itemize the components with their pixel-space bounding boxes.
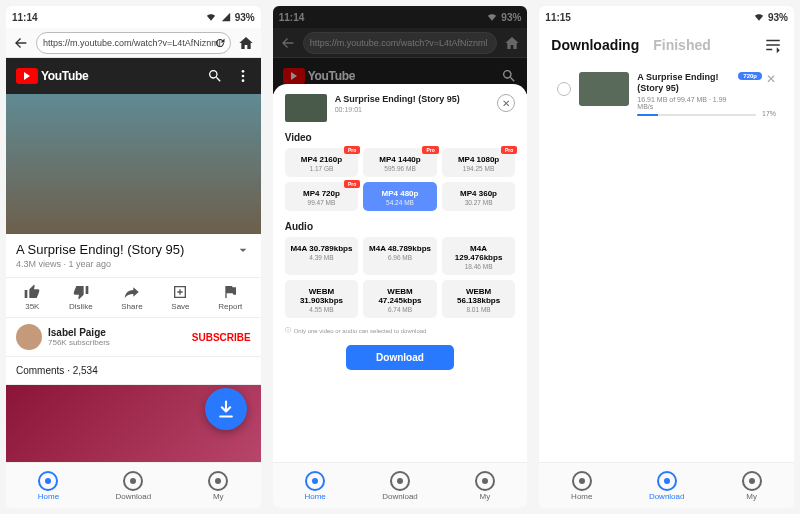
- save-button[interactable]: Save: [171, 284, 189, 311]
- sheet-note: ⓘ Only one video or audio can selected t…: [285, 326, 516, 335]
- nav-my[interactable]: My: [709, 463, 794, 508]
- download-fab[interactable]: [205, 388, 247, 430]
- youtube-header: YouTube: [6, 58, 261, 94]
- subscribe-button[interactable]: SUBSCRIBE: [192, 332, 251, 343]
- chevron-down-icon[interactable]: [235, 242, 251, 258]
- youtube-logo[interactable]: YouTube: [16, 68, 88, 84]
- status-bar: 11:15 93%: [539, 6, 794, 28]
- more-icon[interactable]: [235, 68, 251, 84]
- svg-point-0: [241, 70, 244, 73]
- dislike-button[interactable]: Dislike: [69, 284, 93, 311]
- video-player[interactable]: [6, 94, 261, 234]
- video-meta: 4.3M views · 1 year ago: [16, 259, 184, 269]
- quality-badge: 720p: [738, 72, 762, 80]
- download-item[interactable]: A Surprise Ending! (Story 95) 16.91 MB o…: [551, 66, 782, 123]
- sheet-title: A Surprise Ending! (Story 95): [335, 94, 490, 105]
- format-option[interactable]: M4A 129.476kbps18.46 MB: [442, 237, 516, 275]
- select-radio[interactable]: [557, 82, 571, 96]
- tab-downloading[interactable]: Downloading: [551, 37, 639, 53]
- channel-name: Isabel Paige: [48, 327, 186, 338]
- format-option[interactable]: M4A 30.789kbps4.39 MB: [285, 237, 359, 275]
- video-options-grid: ProMP4 2160p1.17 GBProMP4 1440p595.96 MB…: [285, 148, 516, 211]
- status-time: 11:14: [12, 12, 38, 23]
- bottom-nav: Home Download My: [6, 462, 261, 508]
- url-input[interactable]: https://m.youtube.com/watch?v=L4tAfNiznm…: [36, 32, 231, 54]
- format-option[interactable]: WEBM 47.245kbps6.74 MB: [363, 280, 437, 318]
- report-button[interactable]: Report: [218, 284, 242, 311]
- video-info[interactable]: A Surprise Ending! (Story 95) 4.3M views…: [6, 234, 261, 278]
- nav-download[interactable]: Download: [624, 463, 709, 508]
- action-row: 35K Dislike Share Save Report: [6, 278, 261, 318]
- settings-icon[interactable]: [764, 36, 782, 54]
- nav-download[interactable]: Download: [358, 463, 443, 508]
- like-button[interactable]: 35K: [24, 284, 40, 311]
- nav-my[interactable]: My: [176, 463, 261, 508]
- format-option[interactable]: WEBM 56.138kbps8.01 MB: [442, 280, 516, 318]
- home-icon[interactable]: [235, 32, 257, 54]
- format-option[interactable]: ProMP4 720p99.47 MB: [285, 182, 359, 211]
- phone-2-format-sheet: 11:14 93% https://m.youtube.com/watch?v=…: [273, 6, 528, 508]
- search-icon[interactable]: [207, 68, 223, 84]
- channel-row[interactable]: Isabel Paige 756K subscribers SUBSCRIBE: [6, 318, 261, 357]
- audio-section-label: Audio: [285, 221, 516, 232]
- svg-point-2: [241, 79, 244, 82]
- back-icon[interactable]: [10, 32, 32, 54]
- download-progress-text: 16.91 MB of 99.47 MB · 1.99 MB/s: [637, 96, 734, 110]
- cancel-download-icon[interactable]: ✕: [766, 72, 776, 86]
- sheet-duration: 00:19:01: [335, 106, 490, 113]
- bottom-nav: Home Download My: [539, 462, 794, 508]
- status-bar: 11:14 93%: [6, 6, 261, 28]
- avatar: [16, 324, 42, 350]
- progress-percent: 17%: [762, 110, 776, 117]
- wifi-icon: [205, 12, 217, 22]
- sheet-thumbnail: [285, 94, 327, 122]
- nav-my[interactable]: My: [442, 463, 527, 508]
- signal-icon: [220, 12, 232, 22]
- svg-point-1: [241, 75, 244, 78]
- phone-3-downloads: 11:15 93% Downloading Finished A Surpris…: [539, 6, 794, 508]
- tab-finished[interactable]: Finished: [653, 37, 711, 53]
- refresh-icon[interactable]: [209, 32, 231, 54]
- format-option[interactable]: WEBM 31.903kbps4.55 MB: [285, 280, 359, 318]
- nav-home[interactable]: Home: [273, 463, 358, 508]
- format-option[interactable]: ProMP4 2160p1.17 GB: [285, 148, 359, 177]
- progress-bar: [637, 114, 756, 116]
- format-option[interactable]: ProMP4 1080p194.25 MB: [442, 148, 516, 177]
- format-option[interactable]: ProMP4 1440p595.96 MB: [363, 148, 437, 177]
- video-title: A Surprise Ending! (Story 95): [16, 242, 184, 257]
- format-option[interactable]: MP4 480p54.24 MB: [363, 182, 437, 211]
- channel-subs: 756K subscribers: [48, 338, 186, 347]
- comments-row[interactable]: Comments · 2,534: [6, 357, 261, 385]
- close-icon[interactable]: ✕: [497, 94, 515, 112]
- download-button[interactable]: Download: [346, 345, 454, 370]
- format-sheet: A Surprise Ending! (Story 95) 00:19:01 ✕…: [273, 84, 528, 462]
- audio-options-grid: M4A 30.789kbps4.39 MBM4A 48.789kbps6.96 …: [285, 237, 516, 318]
- video-section-label: Video: [285, 132, 516, 143]
- download-title: A Surprise Ending! (Story 95): [637, 72, 734, 94]
- browser-toolbar: https://m.youtube.com/watch?v=L4tAfNiznm…: [6, 28, 261, 58]
- nav-home[interactable]: Home: [539, 463, 624, 508]
- phone-1-youtube-view: 11:14 93% https://m.youtube.com/watch?v=…: [6, 6, 261, 508]
- download-tabs: Downloading Finished: [539, 28, 794, 62]
- format-option[interactable]: M4A 48.789kbps6.96 MB: [363, 237, 437, 275]
- format-option[interactable]: MP4 360p30.27 MB: [442, 182, 516, 211]
- nav-download[interactable]: Download: [91, 463, 176, 508]
- bottom-nav: Home Download My: [273, 462, 528, 508]
- download-thumbnail: [579, 72, 629, 106]
- nav-home[interactable]: Home: [6, 463, 91, 508]
- battery-text: 93%: [235, 12, 255, 23]
- share-button[interactable]: Share: [121, 284, 142, 311]
